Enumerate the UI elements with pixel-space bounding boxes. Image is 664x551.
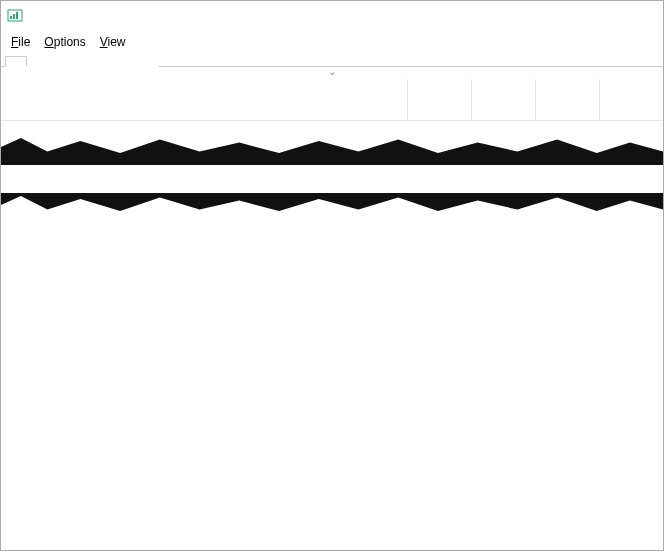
menu-options[interactable]: Options xyxy=(38,33,91,51)
col-network[interactable] xyxy=(599,79,663,120)
torn-edge-top xyxy=(1,135,663,165)
overflow-chevron[interactable]: ⌄ xyxy=(1,67,663,79)
menu-view[interactable]: View xyxy=(94,33,132,51)
torn-edge-bottom xyxy=(1,193,663,223)
tab-details[interactable] xyxy=(115,56,137,67)
col-name[interactable] xyxy=(1,79,407,120)
group-windows-processes[interactable] xyxy=(1,121,663,135)
process-table xyxy=(1,79,663,223)
svg-rect-3 xyxy=(16,12,18,19)
col-disk[interactable] xyxy=(535,79,599,120)
column-headers xyxy=(1,79,663,121)
tab-users[interactable] xyxy=(93,56,115,67)
tab-app-history[interactable] xyxy=(49,56,71,67)
tab-startup[interactable] xyxy=(71,56,93,67)
tab-processes[interactable] xyxy=(5,56,27,67)
col-memory[interactable] xyxy=(471,79,535,120)
titlebar xyxy=(1,1,663,31)
menubar: File Options View xyxy=(1,31,663,53)
col-cpu[interactable] xyxy=(407,79,471,120)
svg-rect-1 xyxy=(10,16,12,19)
tab-services[interactable] xyxy=(137,56,159,67)
app-icon xyxy=(7,8,23,24)
torn-gap xyxy=(1,165,663,193)
tab-performance[interactable] xyxy=(27,56,49,67)
menu-file[interactable]: File xyxy=(5,33,36,51)
svg-rect-2 xyxy=(13,14,15,19)
